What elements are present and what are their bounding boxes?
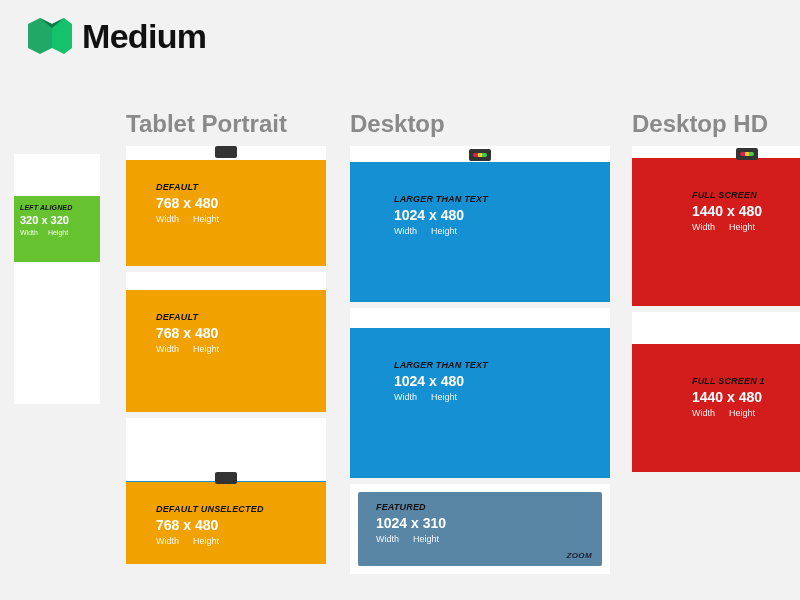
card-wh: Width Height — [156, 214, 316, 224]
card-label: DEFAULT — [156, 182, 316, 192]
card-dims: 1024 x 480 — [394, 373, 600, 389]
frame-tablet-1: DEFAULT 768 x 480 Width Height — [126, 146, 326, 266]
height-label: Height — [193, 344, 219, 354]
columns: . LEFT ALIGNED 320 x 320 Width Height Ta… — [0, 110, 800, 574]
frame-desktop-3: Featured 1024 x 310 Width Height ZOOM — [350, 484, 610, 574]
stack-hd: FULL SCREEN 1440 x 480 Width Height FULL… — [632, 146, 800, 472]
card-full-screen: FULL SCREEN 1440 x 480 Width Height — [632, 158, 800, 306]
height-label: Height — [431, 226, 457, 236]
frame-desktop-1: LARGER THAN TEXT 1024 x 480 Width Height — [350, 146, 610, 302]
frame-tablet-2: DEFAULT 768 x 480 Width Height — [126, 272, 326, 412]
height-label: Height — [729, 408, 755, 418]
card-label: DEFAULT UNSELECTED — [156, 504, 316, 514]
width-label: Width — [394, 226, 417, 236]
card-wh: Width Height — [394, 392, 600, 402]
card-default-1: DEFAULT 768 x 480 Width Height — [126, 160, 326, 266]
width-label: Width — [692, 222, 715, 232]
col-tablet: Tablet Portrait DEFAULT 768 x 480 Width … — [126, 110, 326, 564]
frame-desktop-2: LARGER THAN TEXT 1024 x 480 Width Height — [350, 308, 610, 478]
frame-hd-2: FULL SCREEN 1 1440 x 480 Width Height — [632, 312, 800, 472]
card-featured: Featured 1024 x 310 Width Height ZOOM — [358, 492, 602, 566]
height-label: Height — [48, 229, 68, 236]
card-dims: 768 x 480 — [156, 325, 316, 341]
card-wh: Width Height — [20, 229, 94, 236]
card-label: LARGER THAN TEXT — [394, 360, 600, 370]
card-label: Featured — [376, 502, 592, 512]
card-dims: 768 x 480 — [156, 517, 316, 533]
card-full-screen-1: FULL SCREEN 1 1440 x 480 Width Height — [632, 344, 800, 472]
col-title-desktop: Desktop — [350, 110, 610, 138]
card-label: FULL SCREEN 1 — [692, 376, 800, 386]
card-larger-than-text-2: LARGER THAN TEXT 1024 x 480 Width Height — [350, 328, 610, 478]
stack-desktop: LARGER THAN TEXT 1024 x 480 Width Height… — [350, 146, 610, 574]
handle-icon[interactable] — [215, 146, 237, 158]
width-label: Width — [156, 536, 179, 546]
card-default-2: DEFAULT 768 x 480 Width Height — [126, 290, 326, 412]
height-label: Height — [193, 214, 219, 224]
handle-icon[interactable] — [215, 472, 237, 484]
width-label: Width — [20, 229, 38, 236]
card-wh: Width Height — [156, 536, 316, 546]
col-desktop: Desktop LARGER THAN TEXT 1024 x 480 Widt… — [350, 110, 610, 574]
card-dims: 768 x 480 — [156, 195, 316, 211]
width-label: Width — [394, 392, 417, 402]
card-wh: Width Height — [692, 408, 800, 418]
height-label: Height — [193, 536, 219, 546]
card-wh: Width Height — [156, 344, 316, 354]
card-label: LARGER THAN TEXT — [394, 194, 600, 204]
stack-mobile: LEFT ALIGNED 320 x 320 Width Height — [14, 154, 100, 404]
card-wh: Width Height — [692, 222, 800, 232]
width-label: Width — [156, 214, 179, 224]
card-larger-than-text-1: LARGER THAN TEXT 1024 x 480 Width Height — [350, 162, 610, 302]
card-dims: 1440 x 480 — [692, 203, 800, 219]
card-dims: 1024 x 480 — [394, 207, 600, 223]
window-traffic-icon[interactable] — [736, 148, 758, 160]
height-label: Height — [431, 392, 457, 402]
card-dims: 1440 x 480 — [692, 389, 800, 405]
header: Medium — [0, 0, 800, 64]
height-label: Height — [729, 222, 755, 232]
width-label: Width — [156, 344, 179, 354]
brand-name: Medium — [82, 19, 206, 53]
card-label: FULL SCREEN — [692, 190, 800, 200]
height-label: Height — [413, 534, 439, 544]
window-traffic-icon[interactable] — [469, 149, 491, 161]
width-label: Width — [692, 408, 715, 418]
col-mobile: . LEFT ALIGNED 320 x 320 Width Height — [14, 110, 100, 404]
card-label: LEFT ALIGNED — [20, 204, 94, 211]
medium-logo-icon — [28, 18, 72, 54]
stack-tablet: DEFAULT 768 x 480 Width Height DEFAULT 7… — [126, 146, 326, 564]
frame-tablet-3: DEFAULT UNSELECTED 768 x 480 Width Heigh… — [126, 418, 326, 564]
zoom-label: ZOOM — [566, 551, 592, 560]
card-default-unselected: DEFAULT UNSELECTED 768 x 480 Width Heigh… — [126, 482, 326, 564]
card-left-aligned: LEFT ALIGNED 320 x 320 Width Height — [14, 196, 100, 262]
width-label: Width — [376, 534, 399, 544]
col-hd: Desktop HD FULL SCREEN 1440 x 480 Width … — [632, 110, 800, 472]
col-title-tablet: Tablet Portrait — [126, 110, 326, 138]
card-wh: Width Height — [376, 534, 592, 544]
card-dims: 320 x 320 — [20, 214, 94, 226]
frame-mobile: LEFT ALIGNED 320 x 320 Width Height — [14, 154, 100, 404]
col-title-hd: Desktop HD — [632, 110, 800, 138]
card-label: DEFAULT — [156, 312, 316, 322]
card-dims: 1024 x 310 — [376, 515, 592, 531]
card-wh: Width Height — [394, 226, 600, 236]
frame-hd-1: FULL SCREEN 1440 x 480 Width Height — [632, 146, 800, 306]
